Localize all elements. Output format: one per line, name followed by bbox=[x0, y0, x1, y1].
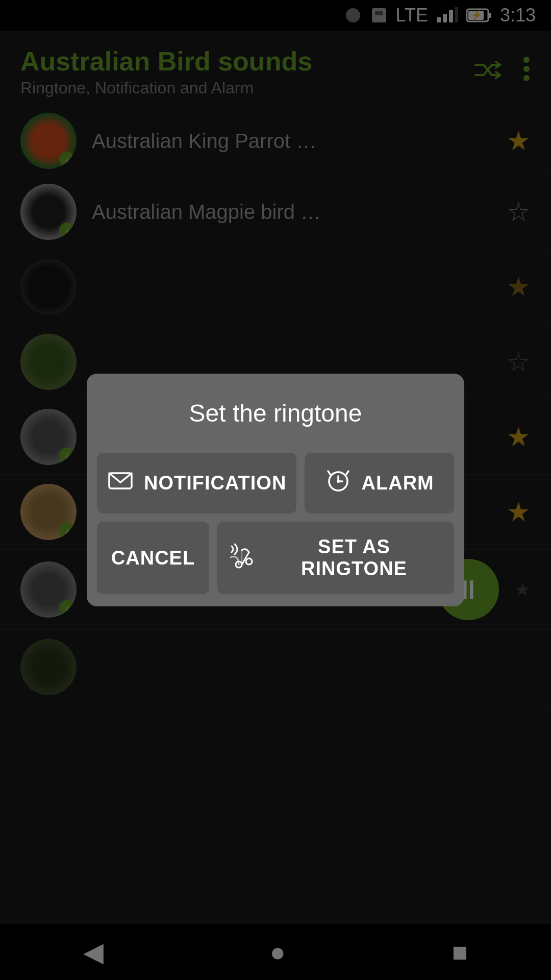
ringtone-icon bbox=[228, 542, 254, 574]
dialog-row-1: NOTIFICATION ALARM bbox=[87, 453, 464, 522]
dialog-overlay: Set the ringtone NOTIFICATION bbox=[0, 0, 551, 980]
cancel-button[interactable]: CANCEL bbox=[97, 522, 209, 594]
alarm-label: ALARM bbox=[362, 472, 434, 494]
notification-button[interactable]: NOTIFICATION bbox=[97, 453, 296, 513]
dialog-row-2: CANCEL SET AS RINGTON bbox=[87, 522, 464, 606]
ringtone-dialog: Set the ringtone NOTIFICATION bbox=[87, 374, 464, 606]
svg-line-18 bbox=[328, 471, 330, 474]
notification-icon bbox=[107, 469, 134, 497]
dialog-title: Set the ringtone bbox=[87, 374, 464, 453]
notification-label: NOTIFICATION bbox=[144, 472, 286, 494]
set-ringtone-label: SET AS RINGTONE bbox=[264, 536, 444, 580]
alarm-button[interactable]: ALARM bbox=[305, 453, 454, 513]
alarm-icon bbox=[325, 467, 352, 499]
cancel-label: CANCEL bbox=[111, 547, 195, 569]
svg-point-20 bbox=[337, 480, 340, 483]
svg-line-19 bbox=[346, 471, 348, 474]
set-ringtone-button[interactable]: SET AS RINGTONE bbox=[217, 522, 454, 594]
svg-point-22 bbox=[246, 558, 252, 565]
